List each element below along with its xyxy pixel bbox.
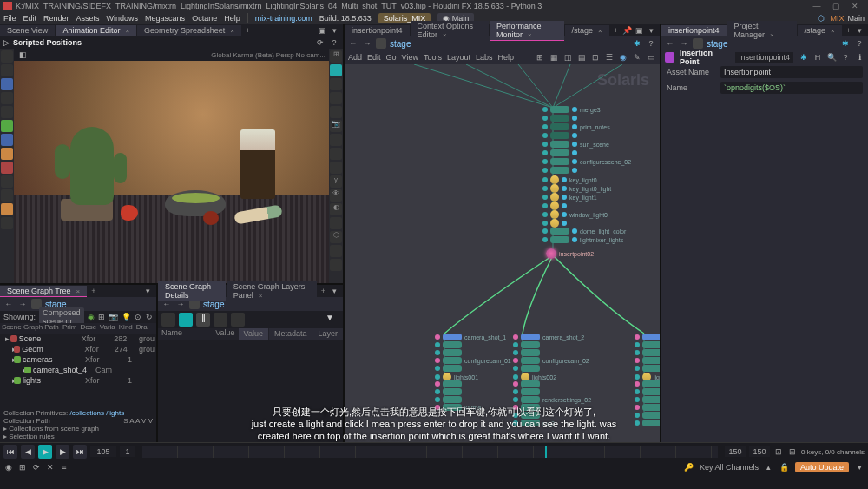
vp-tool-icon[interactable]	[330, 245, 342, 257]
vp-tool-icon[interactable]: ◐	[330, 203, 342, 215]
add-tab-button[interactable]: +	[318, 287, 329, 295]
tab-stage[interactable]: /stage×	[565, 25, 609, 36]
add-tab-button[interactable]: +	[610, 26, 621, 35]
sgt-icon[interactable]: ◉	[88, 313, 95, 322]
graph-node[interactable]: camera_shot_3	[635, 334, 660, 340]
menu-assets[interactable]: Assets	[76, 14, 100, 23]
prev-frame-button[interactable]: ◀	[21, 445, 35, 459]
graph-node[interactable]	[513, 404, 542, 411]
tab-project-manager[interactable]: Project Manager×	[727, 21, 797, 40]
max-frame[interactable]: 150	[749, 446, 770, 457]
vp-tool-icon[interactable]	[330, 106, 342, 118]
chevron-down-icon[interactable]: ▾	[854, 462, 865, 472]
tool-icon[interactable]	[1, 78, 13, 90]
node-graph-canvas[interactable]: Solaris merge3prim_notessun_scenecon	[345, 64, 660, 442]
path-stage[interactable]: stage	[390, 39, 411, 49]
tool-icon[interactable]	[1, 134, 13, 146]
graph-node[interactable]: key_light0_light	[542, 184, 611, 193]
graph-node[interactable]	[542, 167, 580, 174]
chevron-icon[interactable]: ▴	[764, 462, 774, 472]
gear-icon[interactable]: ✱	[840, 38, 851, 49]
ng-icon[interactable]: ◉	[618, 52, 628, 63]
right-mix-icon[interactable]: ⬡	[816, 13, 826, 23]
vp-tool-icon[interactable]: γ	[330, 175, 342, 188]
tool-icon[interactable]	[1, 148, 13, 160]
tl-icon[interactable]: ✕	[45, 462, 56, 472]
graph-node[interactable]	[635, 365, 660, 372]
graph-node[interactable]	[635, 388, 660, 395]
col-name[interactable]: Name	[158, 328, 195, 340]
refresh-icon[interactable]: ⟳	[315, 37, 326, 48]
pin-icon[interactable]: 📌	[621, 25, 632, 36]
start-frame[interactable]: 1	[120, 446, 135, 457]
last-frame-button[interactable]: ⏭	[73, 445, 87, 459]
graph-node[interactable]: key_light1	[542, 193, 597, 202]
tl-icon[interactable]: ◉	[3, 462, 14, 472]
tab-scene-graph-tree[interactable]: Scene Graph Tree×	[0, 286, 87, 297]
col-kind[interactable]: Kind	[117, 323, 135, 334]
graph-node[interactable]: merge3	[542, 106, 601, 113]
col-varia[interactable]: Varia	[98, 323, 117, 334]
graph-node[interactable]	[542, 149, 580, 156]
tab-geometry-spreadsheet[interactable]: Geometry Spreadsheet×	[137, 25, 241, 36]
vp-tool-icon[interactable]	[330, 78, 342, 90]
graph-node[interactable]: camera_shot_1	[435, 334, 506, 340]
ng-menu-layout[interactable]: Layout	[447, 53, 470, 62]
graph-node[interactable]	[635, 349, 660, 356]
col-path[interactable]: Scene Graph Path	[0, 323, 61, 334]
assetname-field[interactable]: Insertionpoint	[720, 66, 863, 78]
selection-rules[interactable]: Selection rules	[9, 433, 54, 440]
pane-fullscreen-icon[interactable]: ▣	[634, 25, 644, 36]
sgt-icon[interactable]: ↻	[146, 313, 153, 322]
sgd-btn[interactable]	[231, 313, 245, 327]
sgd-btn[interactable]	[161, 313, 175, 327]
graph-node[interactable]: window_light0	[542, 210, 608, 219]
fwd-icon[interactable]: →	[17, 299, 28, 309]
minimize-button[interactable]: —	[807, 2, 826, 10]
timeline-track[interactable]	[142, 446, 718, 458]
subtab-metadata[interactable]: Metadata	[269, 328, 312, 340]
graph-node[interactable]	[635, 404, 660, 411]
ng-icon[interactable]: ▭	[646, 52, 656, 63]
ng-menu-labs[interactable]: Labs	[476, 53, 493, 62]
graph-node[interactable]	[513, 341, 542, 348]
vp-tool-icon[interactable]: ⬡	[330, 231, 342, 243]
right-main-label[interactable]: Main	[847, 14, 865, 23]
tool-icon[interactable]	[1, 64, 13, 76]
tab-scene-view[interactable]: Scene View	[0, 25, 55, 36]
tl-icon[interactable]: ⊞	[17, 462, 28, 472]
first-frame-button[interactable]: ⏮	[3, 445, 17, 459]
graph-node[interactable]	[513, 349, 542, 356]
graph-node[interactable]	[435, 396, 464, 403]
tab-context-options[interactable]: Context Options Editor×	[411, 21, 489, 40]
magnet-tool[interactable]	[1, 162, 13, 174]
graph-node[interactable]: configurecam_02	[513, 357, 589, 364]
tab-scene-graph-layers[interactable]: Scene Graph Layers Panel×	[227, 281, 317, 301]
graph-node[interactable]: key_light0	[542, 175, 597, 184]
pane-menu-icon[interactable]: ▾	[142, 286, 153, 296]
pane-menu-icon[interactable]: ▾	[329, 286, 339, 296]
collection-path[interactable]: /collections /lights	[69, 409, 124, 417]
scene-graph-row[interactable]: ▸ Geom Xfor 274 grou	[0, 344, 156, 354]
col-value[interactable]: Value	[195, 328, 239, 340]
tab-stage-right[interactable]: /stage×	[798, 25, 842, 36]
scene-viewport[interactable]: ◧ Global Karma (Beta) Persp No cam...	[14, 49, 329, 283]
graph-node[interactable]	[513, 380, 542, 387]
current-frame[interactable]: 105	[90, 446, 116, 457]
close-icon[interactable]: ×	[230, 27, 234, 35]
tool-icon[interactable]	[1, 203, 13, 215]
gear-icon[interactable]: ✱	[632, 38, 642, 49]
graph-node[interactable]	[513, 365, 542, 372]
graph-node[interactable]	[513, 412, 542, 419]
link-mixtraining[interactable]: mix-training.com	[255, 14, 312, 23]
add-tab-button[interactable]: +	[88, 287, 99, 295]
graph-node[interactable]	[542, 219, 569, 228]
graph-node[interactable]: karma1	[435, 404, 484, 411]
ng-menu-view[interactable]: View	[402, 53, 418, 62]
vp-tool-icon[interactable]	[330, 217, 342, 229]
graph-node[interactable]: configurecam_01	[435, 357, 511, 364]
pane-menu-icon[interactable]: ▾	[854, 25, 865, 36]
graph-node[interactable]	[513, 388, 542, 395]
graph-node[interactable]	[435, 388, 464, 395]
auto-update-button[interactable]: Auto Update	[795, 462, 849, 472]
